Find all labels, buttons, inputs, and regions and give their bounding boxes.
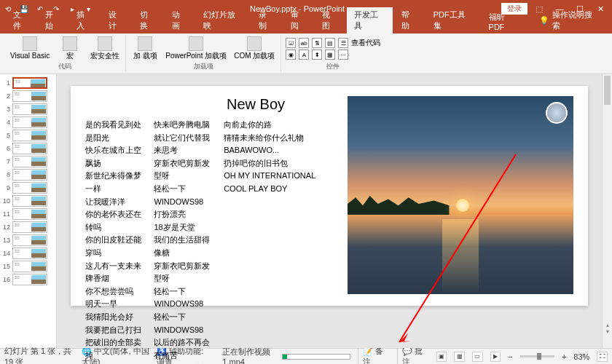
group-label: 加载项 bbox=[194, 61, 213, 72]
vertical-scrollbar[interactable]: ▴▾ bbox=[602, 74, 612, 348]
tab-11[interactable]: 帮助 bbox=[394, 7, 425, 33]
group-label: 代码 bbox=[58, 61, 71, 72]
more-controls-icon[interactable]: ⋯ bbox=[338, 50, 348, 60]
list-control-icon[interactable]: ▤ bbox=[325, 38, 335, 48]
tab-5[interactable]: 动画 bbox=[165, 7, 195, 33]
tab-9[interactable]: 视图 bbox=[315, 7, 345, 33]
slide-image bbox=[348, 96, 573, 294]
lyrics-col-1: 是的我看见到处是阳光 快乐在城市上空飘扬 新世纪来得像梦一样 让我暖洋洋 你的老… bbox=[85, 119, 144, 364]
checkbox-control-icon[interactable]: ☑ bbox=[286, 38, 296, 48]
view-code-button[interactable]: 查看代码 bbox=[351, 38, 380, 48]
tab-2[interactable]: 插入 bbox=[69, 7, 100, 33]
fit-window-button[interactable]: ⛶ bbox=[597, 352, 608, 362]
zoom-in-button[interactable]: + bbox=[562, 352, 566, 361]
group-label: 控件 bbox=[326, 61, 340, 72]
thumbnail-6[interactable]: 6 bbox=[1, 143, 55, 154]
thumbnail-11[interactable]: 11 bbox=[1, 208, 55, 220]
thumbnail-4[interactable]: 4 bbox=[1, 116, 55, 128]
macro-security-button[interactable]: 宏安全性 bbox=[89, 35, 121, 61]
zoom-out-button[interactable]: − bbox=[508, 352, 512, 361]
slideshow-view-button[interactable]: ▶ bbox=[490, 352, 501, 362]
comments-button[interactable]: 💬 批注 bbox=[397, 346, 429, 365]
com-addins-button[interactable]: COM 加载项 bbox=[232, 35, 276, 61]
thumbnail-9[interactable]: 9 bbox=[1, 182, 55, 194]
lens-icon bbox=[546, 102, 568, 124]
tab-10[interactable]: 开发工具 bbox=[347, 7, 393, 33]
normal-view-button[interactable]: ▣ bbox=[436, 352, 447, 362]
visual-basic-button[interactable]: Visual Basic bbox=[9, 35, 51, 61]
tab-0[interactable]: 文件 bbox=[6, 7, 36, 33]
properties-icon[interactable]: ☰ bbox=[338, 38, 348, 48]
lyrics-col-3: 向前走你的路 猜猜未来给你什么礼物 BABAWOWO... 扔掉吧你的旧书包 O… bbox=[224, 119, 339, 364]
slide-counter: 幻灯片 第 1 张，共 19 张 bbox=[4, 346, 74, 365]
thumbnail-15[interactable]: 15 bbox=[1, 261, 55, 272]
tab-12[interactable]: PDF工具集 bbox=[426, 7, 480, 33]
svg-marker-1 bbox=[399, 333, 411, 342]
slide-title: New Boy bbox=[173, 96, 339, 113]
tab-13[interactable]: 福昕PDF bbox=[482, 9, 527, 33]
ppt-addins-button[interactable]: PowerPoint 加载项 bbox=[164, 35, 228, 61]
thumbnail-7[interactable]: 7 bbox=[1, 156, 55, 167]
ribbon-group-addins: 加 载项 PowerPoint 加载项 COM 加载项 加载项 bbox=[126, 35, 281, 72]
option-control-icon[interactable]: ◉ bbox=[286, 50, 296, 60]
tab-3[interactable]: 设计 bbox=[101, 7, 132, 33]
thumbnail-1[interactable]: 1 bbox=[1, 77, 55, 89]
sorter-view-button[interactable]: ▦ bbox=[454, 352, 465, 362]
thumbnail-16[interactable]: 16 bbox=[1, 274, 55, 285]
notes-button[interactable]: 📝 备注 bbox=[358, 346, 390, 365]
thumbnail-14[interactable]: 14 bbox=[1, 248, 55, 259]
tab-8[interactable]: 审阅 bbox=[283, 7, 314, 33]
reading-view-button[interactable]: ▭ bbox=[472, 352, 483, 362]
scroll-control-icon[interactable]: ⬍ bbox=[312, 50, 322, 60]
zoom-slider[interactable] bbox=[520, 355, 554, 357]
thumbnail-12[interactable]: 12 bbox=[1, 221, 55, 233]
thumbnail-13[interactable]: 13 bbox=[1, 234, 55, 246]
thumbnail-8[interactable]: 8 bbox=[1, 169, 55, 181]
ribbon-group-code: Visual Basic 宏 宏安全性 代码 bbox=[4, 35, 126, 72]
addins-button[interactable]: 加 载项 bbox=[130, 35, 160, 61]
tab-6[interactable]: 幻灯片放映 bbox=[196, 7, 250, 33]
thumbnail-10[interactable]: 10 bbox=[1, 195, 55, 207]
label-control-icon[interactable]: A bbox=[299, 50, 309, 60]
thumbnail-3[interactable]: 3 bbox=[1, 103, 55, 115]
thumbnail-2[interactable]: 2 bbox=[1, 90, 55, 102]
zoom-level[interactable]: 83% bbox=[573, 352, 589, 361]
ribbon-group-controls: ☑ ab ⇅ ▤ ☰ 查看代码 ◉ A ⬍ ▦ ⋯ 控件 bbox=[281, 35, 385, 72]
tab-7[interactable]: 录制 bbox=[251, 7, 282, 33]
image-control-icon[interactable]: ▦ bbox=[325, 50, 335, 60]
slide-canvas[interactable]: New Boy 是的我看见到处是阳光 快乐在城市上空飘扬 新世纪来得像梦一样 让… bbox=[57, 74, 602, 348]
tab-1[interactable]: 开始 bbox=[38, 7, 68, 33]
ribbon-body: Visual Basic 宏 宏安全性 代码 加 载项 PowerPoint 加… bbox=[0, 33, 612, 74]
textbox-control-icon[interactable]: ab bbox=[299, 38, 309, 48]
slide-thumbnails[interactable]: 12345678910111213141516 bbox=[0, 74, 57, 348]
spin-control-icon[interactable]: ⇅ bbox=[312, 38, 322, 48]
tab-4[interactable]: 切换 bbox=[133, 7, 163, 33]
thumbnail-5[interactable]: 5 bbox=[1, 130, 55, 141]
ribbon-tabs: 文件开始插入设计切换动画幻灯片放映录制审阅视图开发工具帮助PDF工具集福昕PDF… bbox=[0, 17, 612, 33]
slide: New Boy 是的我看见到处是阳光 快乐在城市上空飘扬 新世纪来得像梦一样 让… bbox=[71, 86, 588, 306]
macros-button[interactable]: 宏 bbox=[55, 35, 85, 61]
lyrics-col-2: 快来吧奔腾电脑 就让它们代替我来思考 穿新衣吧剪新发型呀 轻松一下WINDOWS… bbox=[154, 119, 213, 364]
tell-me-search[interactable]: 💡操作说明搜索 bbox=[532, 7, 606, 33]
